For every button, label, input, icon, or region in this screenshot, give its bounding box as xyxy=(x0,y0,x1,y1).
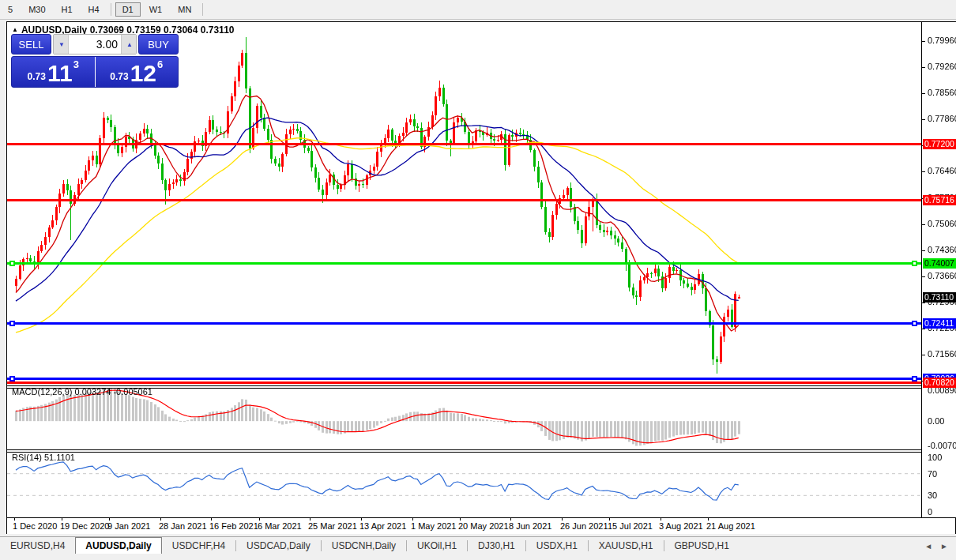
date-axis-label: 20 May 2021 xyxy=(458,521,509,531)
chart-window: ▲AUDUSD,Daily 0.73069 0.73159 0.73064 0.… xyxy=(6,21,956,534)
level-price-label: 0.77200 xyxy=(923,139,956,149)
timeframe-button-mn[interactable]: MN xyxy=(171,2,198,17)
date-axis-label: 13 Apr 2021 xyxy=(359,521,406,531)
level-price-label: 0.75716 xyxy=(923,195,956,205)
toolbar-separator xyxy=(111,3,111,16)
chart-tab-usdcnh[interactable]: USDCNH,Daily xyxy=(322,537,406,554)
sell-price-pips: 11 xyxy=(47,62,73,85)
date-axis-label: 15 Jul 2021 xyxy=(608,521,653,531)
chart-tab-ukoil[interactable]: UKOil,H1 xyxy=(407,537,467,554)
chart-tab-usdchf[interactable]: USDCHF,H4 xyxy=(162,537,235,554)
sell-button[interactable]: SELL xyxy=(11,34,51,54)
status-strip xyxy=(0,554,956,560)
chart-tab-xauusd[interactable]: XAUUSD,H1 xyxy=(589,537,664,554)
price-chart-canvas[interactable] xyxy=(7,22,921,517)
date-axis-label: 16 Feb 2021 xyxy=(209,521,258,531)
date-axis-label: 19 Dec 2020 xyxy=(60,521,109,531)
date-axis-label: 1 Dec 2020 xyxy=(13,521,57,531)
chart-tab-bar: EURUSD,H4AUDUSD,DailyUSDCHF,H4USDCAD,Dai… xyxy=(0,536,956,554)
date-axis-label: 8 Jun 2021 xyxy=(509,521,551,531)
tab-scroll-controls: ◄► xyxy=(924,542,948,551)
date-axis-tick xyxy=(211,518,212,521)
price-axis-tick xyxy=(922,67,925,68)
date-axis-tick xyxy=(460,518,461,521)
chart-tab-eurusd[interactable]: EURUSD,H4 xyxy=(0,537,75,554)
toolbar-separator xyxy=(202,3,203,16)
rsi-axis-label: 30 xyxy=(928,490,937,500)
date-axis-label: 1 May 2021 xyxy=(411,521,456,531)
rsi-value: 51.1101 xyxy=(44,453,75,462)
rsi-axis-label: 70 xyxy=(928,469,937,479)
timeframe-toolbar: 5M30H1H4D1W1MN xyxy=(0,0,956,20)
date-axis-tick xyxy=(609,518,610,521)
rsi-indicator-label: RSI(14) 51.1101 xyxy=(12,453,75,462)
price-axis-tick xyxy=(922,355,925,355)
buy-price-point: 6 xyxy=(157,57,163,70)
date-axis-tick xyxy=(661,518,661,521)
date-axis-tick xyxy=(310,518,311,521)
price-axis-label: 0.79260 xyxy=(928,62,956,71)
date-axis-tick xyxy=(259,518,260,521)
price-axis-tick xyxy=(922,119,925,120)
buy-price-box[interactable]: 0.73 12 6 xyxy=(96,57,179,87)
tab-scroll-left-icon[interactable]: ◄ xyxy=(924,542,932,551)
level-price-label: 0.70820 xyxy=(923,378,956,388)
chart-tab-usdcad[interactable]: USDCAD,Daily xyxy=(236,537,321,554)
date-axis-label: 21 Aug 2021 xyxy=(706,521,755,531)
timeframe-button-m30[interactable]: M30 xyxy=(21,2,52,17)
macd-rsi-splitter[interactable] xyxy=(7,449,955,453)
price-axis-label: 0.76460 xyxy=(928,166,956,175)
chart-tab-dj30[interactable]: DJ30,H1 xyxy=(468,537,525,554)
sell-price-box[interactable]: 0.73 11 3 xyxy=(12,57,96,87)
buy-price-prefix: 0.73 xyxy=(110,71,128,82)
date-axis-label: 28 Jan 2021 xyxy=(159,521,207,531)
sell-price-prefix: 0.73 xyxy=(28,71,46,82)
price-axis[interactable]: 0.799600.792600.785600.778600.771600.764… xyxy=(921,22,956,517)
level-price-label: 0.72411 xyxy=(923,318,956,329)
buy-button[interactable]: BUY xyxy=(138,34,179,54)
price-axis-label: 0.79960 xyxy=(928,36,956,45)
date-axis-tick xyxy=(109,518,110,521)
date-axis-label: 26 Jun 2021 xyxy=(560,521,608,531)
tab-scroll-right-icon[interactable]: ► xyxy=(940,542,948,551)
date-axis-tick xyxy=(14,518,15,521)
date-axis-label: 6 Mar 2021 xyxy=(258,521,302,531)
price-axis-tick xyxy=(922,276,925,277)
price-axis-label: 0.74360 xyxy=(928,245,956,254)
sell-price-point: 3 xyxy=(73,57,79,70)
volume-input[interactable] xyxy=(68,35,122,54)
volume-increase-button[interactable]: ▲ xyxy=(122,35,136,54)
date-axis-label: 3 Aug 2021 xyxy=(659,521,703,531)
price-axis-tick xyxy=(922,93,925,94)
chart-tab-audusd[interactable]: AUDUSD,Daily xyxy=(75,537,161,554)
price-axis-tick xyxy=(922,41,925,42)
price-axis-tick xyxy=(922,224,925,225)
date-axis-tick xyxy=(412,518,413,521)
volume-decrease-button[interactable]: ▼ xyxy=(54,35,68,54)
title-marker-icon: ▲ xyxy=(12,26,18,33)
macd-name: MACD(12,26,9) xyxy=(12,387,72,397)
timeframe-button-h4[interactable]: H4 xyxy=(81,2,107,17)
volume-stepper: ▼ ▲ xyxy=(53,34,137,54)
date-axis-tick xyxy=(562,518,563,521)
price-axis-label: 0.78560 xyxy=(928,88,956,97)
macd-axis-label: -0.007013 xyxy=(928,441,956,450)
price-axis-label: 0.75060 xyxy=(928,219,956,228)
price-axis-tick xyxy=(922,329,925,329)
timeframe-button-h1[interactable]: H1 xyxy=(55,2,80,17)
macd-values: 0.003274 -0.005061 xyxy=(74,387,152,397)
macd-axis-label: 0.00 xyxy=(928,416,944,426)
price-axis-tick xyxy=(922,303,925,303)
chart-tab-gbpusd[interactable]: GBPUSD,H1 xyxy=(664,537,740,554)
chart-tab-usdx[interactable]: USDX,H1 xyxy=(526,537,588,554)
date-axis-tick xyxy=(510,518,511,521)
price-axis-label: 0.71560 xyxy=(928,349,956,359)
rsi-name: RSI(14) xyxy=(12,453,42,462)
date-axis-label: 9 Jan 2021 xyxy=(107,521,150,531)
timeframe-button-d1[interactable]: D1 xyxy=(115,2,141,17)
date-axis[interactable]: 1 Dec 202019 Dec 20209 Jan 202128 Jan 20… xyxy=(7,517,955,534)
price-axis-tick xyxy=(922,171,925,172)
rsi-axis-label: 0 xyxy=(928,507,932,517)
timeframe-button-w1[interactable]: W1 xyxy=(142,2,170,17)
timeframe-button-5[interactable]: 5 xyxy=(1,2,20,17)
